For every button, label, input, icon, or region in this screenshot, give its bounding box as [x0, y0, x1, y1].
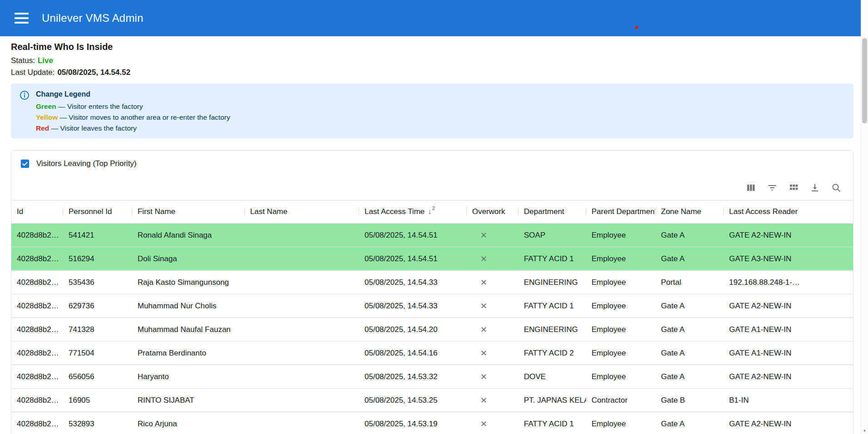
- column-header-last_name[interactable]: Last Name: [245, 200, 359, 223]
- cell-parent_department: Employee: [586, 318, 656, 341]
- table-row[interactable]: 4028d8b2…516294Doli Sinaga05/08/2025, 14…: [11, 247, 853, 271]
- column-header-zone_name[interactable]: Zone Name: [656, 200, 724, 223]
- cell-last_access_time: 05/08/2025, 14.54.51: [359, 224, 467, 247]
- cell-zone_name: Gate A: [656, 318, 724, 341]
- cell-first_name: Pratama Berdinanto: [132, 341, 245, 365]
- cell-last_access_reader: 192.168.88.248-1-…: [724, 271, 853, 294]
- cell-department: FATTY ACID 1: [518, 247, 586, 270]
- cell-last_access_reader: GATE A1-NEW-IN: [724, 341, 853, 365]
- table-row[interactable]: 4028d8b2…535436Raja Kasto Simangunsong05…: [11, 271, 853, 294]
- cell-first_name: Doli Sinaga: [132, 247, 245, 270]
- export-button[interactable]: [807, 181, 823, 196]
- cell-id: 4028d8b2…: [11, 318, 63, 341]
- cell-zone_name: Gate A: [656, 224, 724, 247]
- density-icon: [788, 182, 799, 195]
- column-header-label: First Name: [138, 207, 175, 216]
- cell-first_name: Ronald Afandi Sinaga: [132, 224, 245, 247]
- column-header-label: Overwork: [472, 207, 505, 216]
- cell-department: ENGINEERING: [518, 271, 586, 294]
- table-row[interactable]: 4028d8b2…771504Pratama Berdinanto05/08/2…: [11, 341, 853, 365]
- cell-parent_department: Employee: [586, 412, 656, 434]
- column-header-label: Personnel Id: [69, 207, 112, 216]
- table-body: 4028d8b2…541421Ronald Afandi Sinaga05/08…: [11, 223, 853, 434]
- cell-zone_name: Gate A: [656, 247, 724, 270]
- menu-button[interactable]: [11, 8, 32, 29]
- cell-id: 4028d8b2…: [11, 247, 63, 270]
- cell-last_access_reader: GATE A2-NEW-IN: [724, 412, 853, 434]
- overwork-close-icon: ✕: [467, 318, 518, 341]
- column-header-last_access_time[interactable]: Last Access Time↓2: [359, 200, 467, 223]
- page-scrollbar[interactable]: [861, 0, 868, 434]
- table-row[interactable]: 4028d8b2…656056Haryanto05/08/2025, 14.53…: [11, 365, 853, 389]
- cell-zone_name: Gate B: [656, 389, 724, 412]
- legend-item: Green — Visitor enters the factory: [36, 102, 230, 111]
- hamburger-icon: [15, 13, 29, 24]
- status-line: Status:Live: [11, 56, 853, 65]
- cell-department: SOAP: [518, 224, 586, 247]
- page-title: Real-time Who Is Inside: [11, 42, 853, 52]
- cell-first_name: Muhammad Naufal Fauzan: [132, 318, 245, 341]
- cell-id: 4028d8b2…: [11, 294, 63, 317]
- column-header-label: Id: [17, 207, 23, 216]
- table-row[interactable]: 4028d8b2…532893Rico Arjuna05/08/2025, 14…: [11, 412, 853, 434]
- cell-last_access_time: 05/08/2025, 14.54.16: [359, 341, 467, 365]
- cell-last_name: [245, 365, 359, 388]
- cell-last_name: [245, 294, 359, 317]
- column-header-last_access_reader[interactable]: Last Access Reader: [724, 200, 853, 223]
- cell-last_name: [245, 247, 359, 270]
- columns-icon: [745, 182, 756, 195]
- filter-button[interactable]: [764, 181, 780, 196]
- cell-id: 4028d8b2…: [11, 389, 63, 412]
- cell-personnel_id: 741328: [63, 318, 132, 341]
- cell-id: 4028d8b2…: [11, 271, 63, 294]
- scrollbar-thumb[interactable]: [862, 38, 867, 123]
- search-button[interactable]: [829, 181, 844, 196]
- columns-button[interactable]: [743, 181, 759, 196]
- cell-personnel_id: 516294: [63, 247, 132, 270]
- change-legend-panel: Change Legend Green — Visitor enters the…: [11, 83, 853, 138]
- visitors-leaving-checkbox[interactable]: [20, 159, 30, 169]
- column-header-department[interactable]: Department: [518, 200, 586, 223]
- cell-parent_department: Employee: [586, 271, 656, 294]
- column-header-first_name[interactable]: First Name: [132, 200, 245, 223]
- cell-parent_department: Employee: [586, 247, 656, 270]
- cell-first_name: RINTO SIJABAT: [132, 389, 245, 412]
- cell-parent_department: Contractor: [586, 389, 656, 412]
- cell-department: DOVE: [518, 365, 586, 388]
- column-header-overwork[interactable]: Overwork: [467, 200, 518, 223]
- cell-zone_name: Gate A: [656, 341, 724, 365]
- cell-personnel_id: 629736: [63, 294, 132, 317]
- cell-last_access_reader: GATE A3-NEW-IN: [724, 247, 853, 270]
- cell-last_access_reader: GATE A1-NEW-IN: [724, 318, 853, 341]
- table-row[interactable]: 4028d8b2…629736Muhammad Nur Cholis05/08/…: [11, 294, 853, 318]
- app-title: Unilever VMS Admin: [42, 12, 143, 24]
- cell-department: FATTY ACID 1: [518, 412, 586, 434]
- column-header-id[interactable]: Id: [11, 200, 63, 223]
- table-row[interactable]: 4028d8b2…16905RINTO SIJABAT05/08/2025, 1…: [11, 389, 853, 412]
- table-row[interactable]: 4028d8b2…541421Ronald Afandi Sinaga05/08…: [11, 224, 853, 247]
- cell-last_access_reader: B1-IN: [724, 389, 853, 412]
- column-header-parent_department[interactable]: Parent Department …: [586, 200, 656, 223]
- cell-parent_department: Employee: [586, 341, 656, 365]
- column-header-label: Parent Department …: [592, 207, 656, 216]
- info-icon: [19, 90, 30, 132]
- cell-last_name: [245, 318, 359, 341]
- column-header-label: Department: [524, 207, 564, 216]
- column-header-personnel_id[interactable]: Personnel Id: [63, 200, 132, 223]
- cell-last_name: [245, 341, 359, 365]
- density-button[interactable]: [786, 181, 801, 196]
- scroll-down-icon[interactable]: [861, 429, 868, 433]
- cell-personnel_id: 656056: [63, 365, 132, 388]
- cell-department: PT. JAPNAS KELA…: [518, 389, 586, 412]
- legend-item: Red — Visitor leaves the factory: [36, 124, 230, 133]
- cell-parent_department: Employee: [586, 294, 656, 317]
- cell-last_access_reader: GATE A2-NEW-IN: [724, 294, 853, 317]
- cell-zone_name: Gate A: [656, 365, 724, 388]
- overwork-close-icon: ✕: [467, 294, 518, 317]
- overwork-close-icon: ✕: [467, 224, 518, 247]
- table-row[interactable]: 4028d8b2…741328Muhammad Naufal Fauzan05/…: [11, 318, 853, 341]
- cell-last_name: [245, 271, 359, 294]
- export-download-icon: [809, 182, 820, 195]
- column-header-label: Zone Name: [661, 207, 701, 216]
- cell-first_name: Raja Kasto Simangunsong: [132, 271, 245, 294]
